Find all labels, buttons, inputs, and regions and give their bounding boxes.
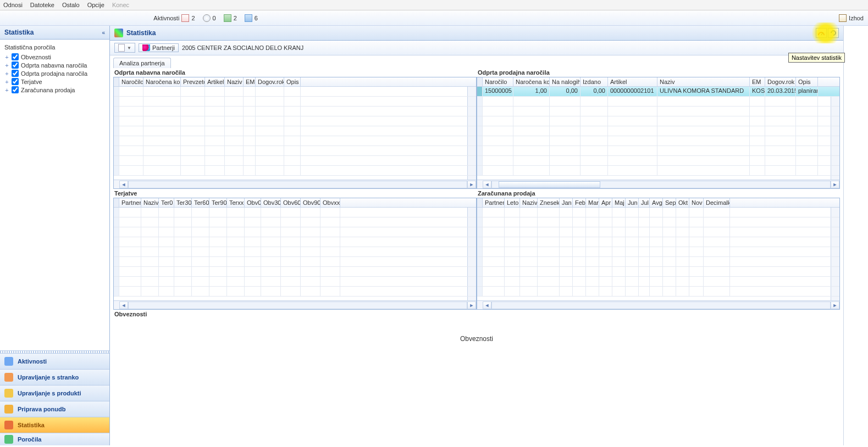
- nav-item-upravljanje-s-produkti[interactable]: Upravljanje s produkti: [0, 385, 109, 401]
- table-row[interactable]: [477, 267, 831, 277]
- table-row[interactable]: [477, 277, 831, 287]
- col-obvxx[interactable]: Obvxx: [320, 198, 340, 207]
- col-avg[interactable]: Avg: [650, 198, 663, 207]
- col-okt[interactable]: Okt: [676, 198, 689, 207]
- expand-icon[interactable]: +: [4, 79, 9, 85]
- col-opis[interactable]: Opis: [796, 77, 818, 86]
- table-row[interactable]: [477, 257, 831, 267]
- col-opis[interactable]: Opis: [284, 77, 301, 86]
- table-row[interactable]: [477, 97, 831, 107]
- col-naziv[interactable]: Naziv: [657, 77, 750, 86]
- tree-item-2[interactable]: +Odprta prodajna naročila: [4, 69, 105, 77]
- col-naro-ilo[interactable]: Naročilo: [119, 77, 143, 86]
- table-row[interactable]: [477, 136, 831, 146]
- sidebar-collapse[interactable]: «: [102, 30, 105, 36]
- nav-item-upravljanje-s-stranko[interactable]: Upravljanje s stranko: [0, 370, 109, 385]
- col-naziv[interactable]: Naziv: [225, 77, 244, 86]
- hscroll[interactable]: ◄►: [477, 300, 839, 309]
- col-ter0[interactable]: Ter0: [159, 198, 174, 207]
- table-row[interactable]: [114, 237, 467, 247]
- expand-icon[interactable]: +: [4, 54, 9, 60]
- table-row[interactable]: [477, 237, 831, 247]
- table-row[interactable]: [114, 116, 467, 126]
- table-row[interactable]: [477, 247, 831, 257]
- col-artikel[interactable]: Artikel: [205, 77, 225, 86]
- document-dropdown[interactable]: ▼: [114, 43, 135, 53]
- col-mar[interactable]: Mar: [586, 198, 599, 207]
- nav-item-aktivnosti[interactable]: Aktivnosti: [0, 354, 109, 370]
- col-nov[interactable]: Nov: [689, 198, 704, 207]
- hscroll[interactable]: ◄►: [114, 300, 476, 309]
- col-em[interactable]: EM: [750, 77, 765, 86]
- col-partner[interactable]: Partner: [483, 198, 505, 207]
- table-row[interactable]: [114, 87, 467, 97]
- col-naro-ena-kol-[interactable]: Naročena kol.: [513, 77, 550, 86]
- nav-item-poročila[interactable]: Poročila: [0, 433, 109, 445]
- table-row[interactable]: [477, 107, 831, 116]
- table-row[interactable]: [114, 257, 467, 267]
- col-terxx[interactable]: Terxx: [227, 198, 245, 207]
- col-obv90[interactable]: Obv90: [301, 198, 320, 207]
- table-row[interactable]: [114, 208, 467, 217]
- table-row[interactable]: [114, 217, 467, 227]
- tree-item-3[interactable]: +Terjatve: [4, 77, 105, 86]
- refresh-button[interactable]: [828, 28, 839, 38]
- settings-button[interactable]: [816, 28, 827, 38]
- col-izdano[interactable]: Izdano: [580, 77, 608, 86]
- col-leto[interactable]: Leto: [505, 198, 520, 207]
- col-na-nalogih[interactable]: Na nalogih: [550, 77, 580, 86]
- table-row[interactable]: [114, 126, 467, 136]
- toolbar-count-d[interactable]: 6: [245, 14, 258, 22]
- hscroll[interactable]: ◄►: [114, 180, 476, 188]
- col-ter30[interactable]: Ter30: [174, 198, 192, 207]
- expand-icon[interactable]: +: [4, 87, 9, 93]
- table-row[interactable]: 150000051,000,000,000000000002101ULIVNA …: [477, 87, 831, 97]
- toolbar-count-b[interactable]: 0: [203, 14, 216, 22]
- table-row[interactable]: [477, 227, 831, 237]
- table-row[interactable]: [114, 287, 467, 297]
- col-sep[interactable]: Sep: [663, 198, 676, 207]
- tree-item-1[interactable]: +Odprta nabavna naročila: [4, 61, 105, 69]
- col-znesek[interactable]: Znesek: [538, 198, 560, 207]
- col-jan[interactable]: Jan: [560, 198, 573, 207]
- table-row[interactable]: [477, 156, 831, 166]
- table-row[interactable]: [477, 287, 831, 297]
- table-row[interactable]: [114, 146, 467, 156]
- tree-checkbox[interactable]: [12, 70, 19, 77]
- col-naro-ilo[interactable]: Naročilo: [483, 77, 513, 86]
- table-row[interactable]: [477, 217, 831, 227]
- col-ter60[interactable]: Ter60: [192, 198, 209, 207]
- tree-checkbox[interactable]: [12, 78, 19, 85]
- menu-opcije[interactable]: Opcije: [87, 2, 104, 8]
- col-artikel[interactable]: Artikel: [608, 77, 657, 86]
- col-dogov-rok[interactable]: Dogov.rok: [256, 77, 284, 86]
- col-prevzeto[interactable]: Prevzeto: [181, 77, 205, 86]
- col-obv30[interactable]: Obv30: [261, 198, 281, 207]
- col-em[interactable]: EM: [244, 77, 256, 86]
- tree-checkbox[interactable]: [12, 86, 19, 93]
- toolbar-aktivnosti[interactable]: Aktivnosti 2: [153, 14, 195, 22]
- col-jun[interactable]: Jun: [626, 198, 639, 207]
- table-row[interactable]: [114, 267, 467, 277]
- tree-item-4[interactable]: +Zaračunana prodaja: [4, 86, 105, 94]
- expand-icon[interactable]: +: [4, 62, 9, 69]
- tree-item-0[interactable]: +Obveznosti: [4, 53, 105, 61]
- table-row[interactable]: [477, 146, 831, 156]
- col-maj[interactable]: Maj: [612, 198, 626, 207]
- col-apr[interactable]: Apr: [599, 198, 612, 207]
- table-row[interactable]: [114, 107, 467, 116]
- col-obv0[interactable]: Obv0: [245, 198, 261, 207]
- col-jul[interactable]: Jul: [639, 198, 650, 207]
- partners-button[interactable]: Partnerji: [139, 43, 179, 52]
- col-naro-ena-kol-[interactable]: Naročena kol.: [143, 77, 181, 86]
- exit-button[interactable]: Izhod: [839, 14, 864, 22]
- tab-analiza[interactable]: Analiza partnerja: [113, 58, 171, 68]
- col-dogov-rok[interactable]: Dogov.rok: [765, 77, 796, 86]
- menu-odnosi[interactable]: Odnosi: [3, 2, 23, 8]
- table-row[interactable]: [114, 227, 467, 237]
- toolbar-count-c[interactable]: 2: [224, 14, 237, 22]
- col-ter90[interactable]: Ter90: [209, 198, 227, 207]
- col-naziv[interactable]: Naziv: [520, 198, 538, 207]
- table-row[interactable]: [114, 277, 467, 287]
- menu-ostalo[interactable]: Ostalo: [62, 2, 80, 8]
